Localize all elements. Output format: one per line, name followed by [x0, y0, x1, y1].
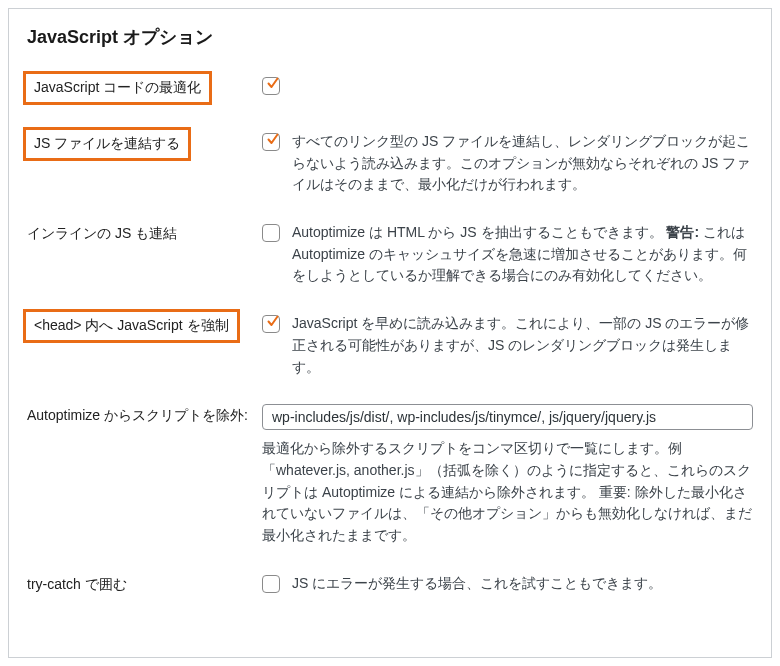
- label-col: JS ファイルを連結する: [27, 131, 262, 161]
- value-col: 最適化から除外するスクリプトをコンマ区切りで一覧にします。例「whatever.…: [262, 404, 753, 546]
- label-trycatch-js: try-catch で囲む: [27, 576, 127, 594]
- label-col: try-catch で囲む: [27, 573, 262, 594]
- desc-inline-js: Autoptimize は HTML から JS を抽出することもできます。 警…: [292, 222, 753, 287]
- checkbox-inline-js[interactable]: [262, 224, 280, 242]
- panel-title: JavaScript オプション: [27, 25, 753, 49]
- label-col: Autoptimize からスクリプトを除外:: [27, 404, 262, 425]
- desc-trycatch-js: JS にエラーが発生する場合、これを試すこともできます。: [292, 573, 662, 595]
- value-col: [262, 75, 753, 95]
- label-col: JavaScript コードの最適化: [27, 75, 262, 105]
- value-stack: 最適化から除外するスクリプトをコンマ区切りで一覧にします。例「whatever.…: [262, 404, 753, 546]
- label-forcehead-js: <head> 内へ JavaScript を強制: [23, 309, 240, 343]
- label-inline-js: インラインの JS も連結: [27, 225, 177, 243]
- desc-exclude-js: 最適化から除外するスクリプトをコンマ区切りで一覧にします。例「whatever.…: [262, 438, 753, 546]
- checkbox-trycatch-js[interactable]: [262, 575, 280, 593]
- checkbox-aggregate-js[interactable]: [262, 133, 280, 151]
- checkbox-optimize-js[interactable]: [262, 77, 280, 95]
- desc-aggregate-js: すべてのリンク型の JS ファイルを連結し、レンダリングブロックが起こらないよう…: [292, 131, 753, 196]
- row-aggregate-js: JS ファイルを連結する すべてのリンク型の JS ファイルを連結し、レンダリン…: [27, 131, 753, 196]
- value-col: すべてのリンク型の JS ファイルを連結し、レンダリングブロックが起こらないよう…: [262, 131, 753, 196]
- label-col: <head> 内へ JavaScript を強制: [27, 313, 262, 343]
- row-exclude-js: Autoptimize からスクリプトを除外: 最適化から除外するスクリプトをコ…: [27, 404, 753, 546]
- label-col: インラインの JS も連結: [27, 222, 262, 243]
- label-aggregate-js: JS ファイルを連結する: [23, 127, 191, 161]
- value-col: Autoptimize は HTML から JS を抽出することもできます。 警…: [262, 222, 753, 287]
- row-inline-js: インラインの JS も連結 Autoptimize は HTML から JS を…: [27, 222, 753, 287]
- value-col: JS にエラーが発生する場合、これを試すこともできます。: [262, 573, 753, 595]
- desc-inline-bold: 警告:: [666, 224, 699, 240]
- input-exclude-js[interactable]: [262, 404, 753, 430]
- row-optimize-js: JavaScript コードの最適化: [27, 75, 753, 105]
- checkbox-forcehead-js[interactable]: [262, 315, 280, 333]
- value-col: JavaScript を早めに読み込みます。これにより、一部の JS のエラーが…: [262, 313, 753, 378]
- label-exclude-js: Autoptimize からスクリプトを除外:: [27, 407, 248, 425]
- desc-inline-prefix: Autoptimize は HTML から JS を抽出することもできます。: [292, 224, 663, 240]
- label-optimize-js: JavaScript コードの最適化: [23, 71, 212, 105]
- desc-forcehead-js: JavaScript を早めに読み込みます。これにより、一部の JS のエラーが…: [292, 313, 753, 378]
- javascript-options-panel: JavaScript オプション JavaScript コードの最適化 JS フ…: [8, 8, 772, 658]
- row-trycatch-js: try-catch で囲む JS にエラーが発生する場合、これを試すこともできま…: [27, 573, 753, 595]
- row-forcehead-js: <head> 内へ JavaScript を強制 JavaScript を早めに…: [27, 313, 753, 378]
